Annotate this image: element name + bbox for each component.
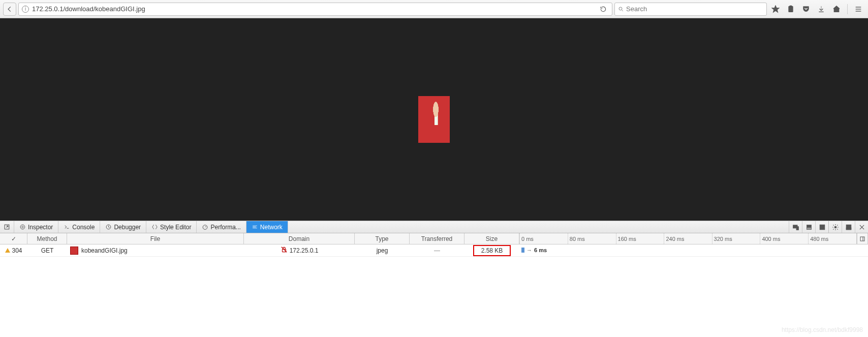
timeline-tick: 400 ms: [760, 233, 780, 244]
tab-network-label: Network: [260, 224, 283, 231]
col-domain[interactable]: Domain: [244, 233, 355, 244]
pocket-icon[interactable]: [799, 3, 813, 16]
menu-icon[interactable]: [852, 3, 865, 16]
status-warning-icon: [5, 248, 10, 253]
devtools-popout-icon[interactable]: [0, 221, 14, 233]
svg-rect-29: [846, 228, 851, 230]
info-icon[interactable]: i: [22, 6, 29, 13]
col-transferred[interactable]: Transferred: [410, 233, 464, 244]
devtools-dock-icon[interactable]: [842, 221, 855, 233]
search-icon: [618, 6, 624, 12]
domain-text: 172.25.0.1: [290, 247, 319, 254]
svg-point-11: [20, 225, 25, 229]
svg-rect-22: [796, 226, 798, 229]
browser-toolbar: i 172.25.0.1/download/kobeandGIGI.jpg: [0, 0, 868, 18]
back-button[interactable]: [3, 3, 16, 16]
tab-style-editor[interactable]: Style Editor: [146, 221, 197, 233]
tab-performance[interactable]: Performa...: [197, 221, 246, 233]
timeline-tick: 80 ms: [568, 233, 585, 244]
search-input[interactable]: [626, 5, 763, 13]
svg-point-10: [22, 226, 23, 228]
clipboard-icon[interactable]: [784, 3, 797, 16]
bookmark-star-icon[interactable]: [769, 3, 782, 16]
tab-inspector-label: Inspector: [28, 224, 53, 231]
tab-debugger[interactable]: Debugger: [100, 221, 146, 233]
home-icon[interactable]: [830, 3, 843, 16]
network-request-row[interactable]: 304 GET kobeandGIGI.jpg 172.25.0.1 jpeg …: [0, 244, 868, 257]
timing-bar: [521, 248, 524, 253]
timeline-tick: 480 ms: [808, 233, 828, 244]
col-file[interactable]: File: [67, 233, 244, 244]
cell-type: jpeg: [355, 244, 410, 256]
svg-rect-4: [790, 6, 792, 7]
size-highlight: 2.58 KB: [473, 245, 511, 256]
tab-inspector[interactable]: Inspector: [14, 221, 58, 233]
search-bar[interactable]: [614, 3, 767, 16]
responsive-mode-icon[interactable]: [789, 221, 802, 233]
tab-style-label: Style Editor: [160, 224, 191, 231]
svg-rect-32: [860, 237, 864, 241]
timing-text: 6 ms: [534, 247, 547, 253]
cell-size: 2.58 KB: [464, 244, 519, 256]
url-text: 172.25.0.1/download/kobeandGIGI.jpg: [32, 5, 595, 13]
svg-line-15: [109, 227, 110, 228]
status-code: 304: [12, 247, 22, 254]
timeline-tick: 160 ms: [616, 233, 636, 244]
svg-marker-2: [772, 6, 779, 12]
timeline-tick: 240 ms: [664, 233, 684, 244]
content-area: [0, 18, 868, 221]
tab-network[interactable]: Network: [246, 221, 288, 233]
tab-debugger-label: Debugger: [114, 224, 141, 231]
devtools-panel: Inspector Console Debugger Style Editor …: [0, 221, 868, 335]
devtools-tabs: Inspector Console Debugger Style Editor …: [0, 221, 868, 233]
svg-line-1: [622, 10, 624, 11]
url-bar[interactable]: i 172.25.0.1/download/kobeandGIGI.jpg: [18, 3, 612, 16]
tab-console-label: Console: [72, 224, 95, 231]
tab-console[interactable]: Console: [58, 221, 100, 233]
file-name: kobeandGIGI.jpg: [81, 247, 128, 254]
timeline-tick: 0 ms: [519, 233, 534, 244]
network-header-row: ✓ Method File Domain Type Transferred Si…: [0, 233, 868, 244]
tab-performance-label: Performa...: [210, 224, 240, 231]
svg-point-27: [834, 226, 836, 228]
svg-rect-24: [807, 227, 811, 229]
cell-status: 304: [0, 244, 27, 256]
cell-method: GET: [27, 244, 67, 256]
devtools-right-controls: [789, 221, 868, 233]
col-size[interactable]: Size: [464, 233, 519, 244]
devtools-close-icon[interactable]: [855, 221, 868, 233]
col-type[interactable]: Type: [355, 233, 410, 244]
divider: [847, 4, 848, 14]
downloads-icon[interactable]: [815, 3, 828, 16]
col-timeline[interactable]: 0 ms 80 ms 160 ms 240 ms 320 ms 400 ms 4…: [519, 233, 857, 244]
split-console-icon[interactable]: [802, 221, 815, 233]
reload-button[interactable]: [598, 4, 609, 15]
devtools-window-icon[interactable]: [815, 221, 828, 233]
cell-file: kobeandGIGI.jpg: [67, 244, 244, 256]
row-end-spacer: [857, 244, 868, 256]
viewed-image: [418, 96, 450, 143]
svg-point-0: [619, 7, 622, 10]
insecure-lock-icon: [281, 246, 288, 255]
arrow-icon: →: [526, 247, 532, 253]
timeline-tick: 320 ms: [712, 233, 732, 244]
svg-rect-25: [820, 225, 824, 229]
cell-transferred: —: [410, 244, 464, 256]
col-method[interactable]: Method: [27, 233, 67, 244]
devtools-settings-icon[interactable]: [828, 221, 842, 233]
watermark-text: https://blog.csdn.net/bdkf9998: [782, 326, 863, 333]
svg-line-17: [205, 226, 206, 227]
details-pane-toggle-icon[interactable]: [857, 233, 868, 244]
svg-point-16: [203, 225, 208, 230]
cell-timeline: → 6 ms: [519, 244, 857, 256]
col-status[interactable]: ✓: [0, 233, 27, 244]
cell-domain: 172.25.0.1: [244, 244, 355, 256]
file-thumbnail-icon: [70, 247, 78, 255]
